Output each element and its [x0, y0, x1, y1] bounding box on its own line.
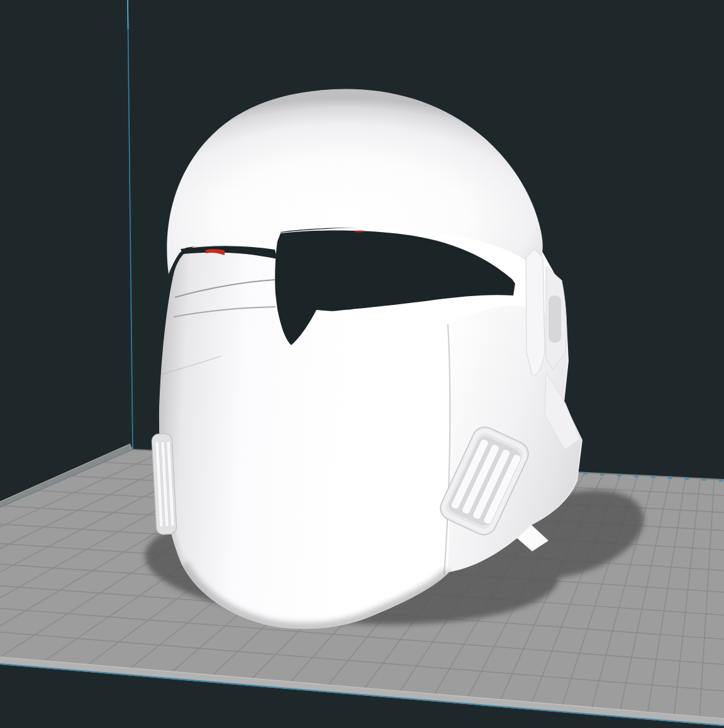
- build-volume-vertical-edge-top: [128, 0, 128, 29]
- red-accent-dot: [355, 231, 364, 233]
- viewport-3d[interactable]: [0, 0, 724, 728]
- right-side-panel-notch: [549, 295, 561, 343]
- right-temple-bar: [526, 249, 545, 375]
